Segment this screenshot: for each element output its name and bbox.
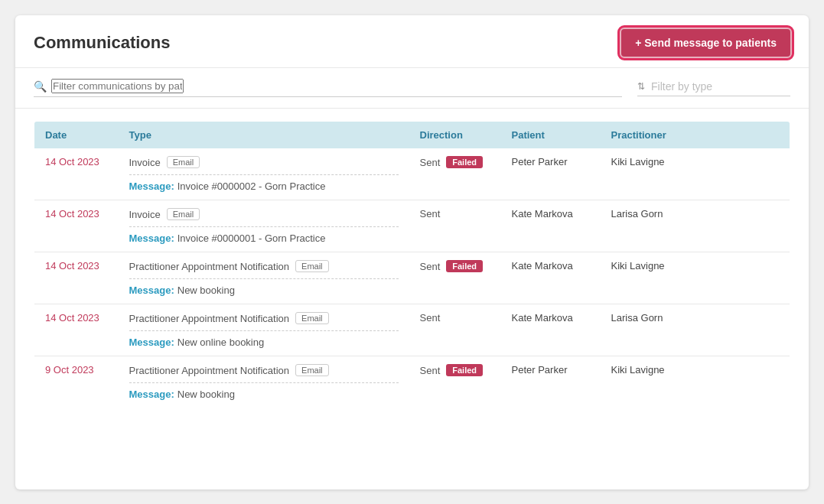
cell-date-0: 14 Oct 2023: [34, 148, 119, 200]
sent-text-1: Sent: [420, 208, 441, 219]
communications-table: Date Type Direction Patient Practitioner…: [34, 121, 790, 408]
send-message-button[interactable]: + Send message to patients: [621, 29, 790, 57]
cell-date-2: 14 Oct 2023: [34, 252, 119, 304]
message-label-1: Message:: [129, 232, 174, 244]
cell-practitioner-1: Larisa Gorn: [601, 200, 790, 252]
cell-date-1: 14 Oct 2023: [34, 200, 119, 252]
cell-direction-2: Sent Failed: [409, 252, 501, 304]
message-text-3: New online booking: [178, 337, 264, 348]
type-label-4: Practitioner Appointment Notification: [129, 365, 290, 376]
cell-type-4: Practitioner Appointment Notification Em…: [119, 356, 409, 408]
cell-practitioner-4: Kiki Lavigne: [601, 356, 790, 408]
search-icon: 🔍: [34, 80, 47, 93]
table-header-row: Date Type Direction Patient Practitioner: [34, 122, 790, 149]
message-text-2: New booking: [178, 285, 235, 296]
email-badge-3: Email: [295, 312, 329, 324]
search-filter-wrapper: 🔍: [34, 79, 622, 97]
cell-type-0: Invoice Email Message: Invoice #0000002 …: [119, 148, 409, 200]
page-header: Communications + Send message to patient…: [15, 15, 809, 68]
message-label-0: Message:: [129, 180, 174, 192]
cell-date-3: 14 Oct 2023: [34, 304, 119, 356]
col-patient: Patient: [501, 122, 601, 149]
type-label-1: Invoice: [129, 209, 161, 220]
cell-practitioner-2: Kiki Lavigne: [601, 252, 790, 304]
table-row: 9 Oct 2023 Practitioner Appointment Noti…: [34, 356, 790, 408]
message-text-0: Invoice #0000002 - Gorn Practice: [178, 180, 326, 192]
col-type: Type: [119, 122, 409, 149]
type-label-3: Practitioner Appointment Notification: [129, 313, 290, 324]
cell-direction-0: Sent Failed: [409, 148, 501, 200]
cell-patient-1: Kate Markova: [501, 200, 601, 252]
message-text-4: New booking: [178, 389, 235, 400]
cell-type-3: Practitioner Appointment Notification Em…: [119, 304, 409, 356]
type-label-2: Practitioner Appointment Notification: [129, 261, 290, 272]
table-row: 14 Oct 2023 Invoice Email Message: Invoi…: [34, 200, 790, 252]
message-row-4: Message: New booking: [129, 382, 399, 400]
email-badge-4: Email: [295, 364, 329, 376]
cell-type-2: Practitioner Appointment Notification Em…: [119, 252, 409, 304]
cell-direction-3: Sent: [409, 304, 501, 356]
table-row: 14 Oct 2023 Practitioner Appointment Not…: [34, 252, 790, 304]
cell-direction-1: Sent: [409, 200, 501, 252]
col-direction: Direction: [409, 122, 501, 149]
message-row-2: Message: New booking: [129, 278, 399, 296]
type-filter[interactable]: ⇅ Filter by type: [637, 80, 790, 96]
cell-date-4: 9 Oct 2023: [34, 356, 119, 408]
table-row: 14 Oct 2023 Invoice Email Message: Invoi…: [34, 148, 790, 200]
cell-patient-0: Peter Parker: [501, 148, 601, 200]
sent-text-0: Sent: [420, 157, 441, 168]
search-input[interactable]: [51, 79, 184, 93]
page-container: Communications + Send message to patient…: [15, 15, 809, 489]
message-row-1: Message: Invoice #0000001 - Gorn Practic…: [129, 226, 399, 244]
sent-text-4: Sent: [420, 365, 441, 376]
message-label-4: Message:: [129, 389, 174, 400]
table-container: Date Type Direction Patient Practitioner…: [15, 109, 809, 427]
message-label-2: Message:: [129, 285, 174, 296]
cell-type-1: Invoice Email Message: Invoice #0000001 …: [119, 200, 409, 252]
type-label-0: Invoice: [129, 157, 161, 168]
cell-patient-3: Kate Markova: [501, 304, 601, 356]
sent-text-2: Sent: [420, 261, 441, 272]
cell-patient-4: Peter Parker: [501, 356, 601, 408]
cell-practitioner-0: Kiki Lavigne: [601, 148, 790, 200]
cell-patient-2: Kate Markova: [501, 252, 601, 304]
email-badge-0: Email: [167, 156, 200, 168]
table-row: 14 Oct 2023 Practitioner Appointment Not…: [34, 304, 790, 356]
email-badge-2: Email: [295, 260, 329, 272]
type-filter-label: Filter by type: [651, 80, 712, 93]
message-text-1: Invoice #0000001 - Gorn Practice: [178, 232, 326, 244]
cell-direction-4: Sent Failed: [409, 356, 501, 408]
col-practitioner: Practitioner: [601, 122, 790, 149]
failed-badge-0: Failed: [446, 156, 483, 168]
failed-badge-4: Failed: [446, 364, 483, 376]
message-label-3: Message:: [129, 337, 174, 348]
page-title: Communications: [34, 33, 170, 53]
cell-practitioner-3: Larisa Gorn: [601, 304, 790, 356]
message-row-3: Message: New online booking: [129, 330, 399, 348]
col-date: Date: [34, 122, 119, 149]
message-row-0: Message: Invoice #0000002 - Gorn Practic…: [129, 174, 399, 192]
email-badge-1: Email: [167, 208, 200, 220]
sort-icon: ⇅: [637, 81, 645, 92]
sent-text-3: Sent: [420, 312, 441, 324]
failed-badge-2: Failed: [446, 260, 483, 272]
filter-row: 🔍 ⇅ Filter by type: [15, 68, 809, 109]
